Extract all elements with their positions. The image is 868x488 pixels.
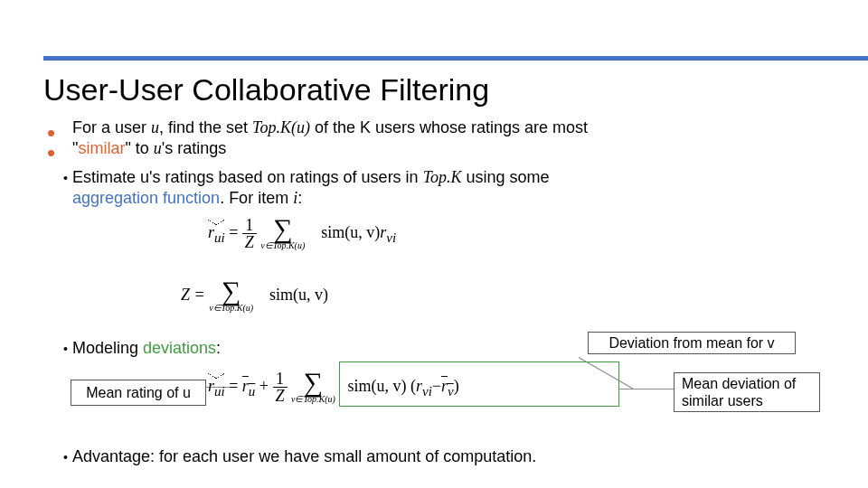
bullet-2-line-1: Estimate u's ratings based on ratings of… (72, 167, 841, 188)
text: : (297, 189, 302, 207)
text: 's ratings (162, 139, 226, 157)
formula-rui-deviation: rui = ru + 1 Z ∑ v∈Top.K(u) sim(u, v) (r… (208, 371, 642, 404)
text: " to (125, 139, 153, 157)
label-mean-deviation: Mean deviation of similar users (674, 372, 820, 412)
bullet-2-line-2: aggregation function. For item i: (72, 188, 841, 209)
page-title: User-User Collaborative Filtering (43, 72, 489, 108)
title-underline (43, 56, 868, 61)
var-rbar-v: rv (441, 377, 454, 395)
bullet-4: Advantage: for each user we have small a… (72, 446, 841, 467)
label-mean-rating-u: Mean rating of u (71, 380, 206, 406)
fn-topk: Top.K (423, 168, 462, 186)
formula-z: Z = ∑ v∈Top.K(u) sim(u, v) (181, 280, 542, 313)
var-r-hat: rui (208, 223, 225, 246)
sim-args: (u, v) (344, 223, 380, 241)
word-deviations: deviations (143, 339, 216, 357)
text: Estimate u's ratings based on ratings of… (72, 168, 423, 186)
text: For a user (72, 118, 151, 136)
fraction-1-over-z: 1 Z (242, 217, 257, 250)
text: , find the set (159, 118, 252, 136)
text: using some (462, 168, 550, 186)
var-u: u (154, 139, 162, 157)
word-aggregation: aggregation function (72, 189, 220, 207)
text: Advantage: for each user we have small a… (72, 447, 536, 465)
word-similar: similar (78, 139, 125, 157)
formula-rui-hat: rui = 1 Z ∑ v∈Top.K(u) sim(u, v)rvi (208, 217, 570, 250)
var-u: u (151, 118, 159, 136)
fn-topk: Top.K(u) (252, 118, 310, 136)
minus: − (432, 377, 441, 395)
sum-over-topk: ∑ v∈Top.K(u) (291, 371, 335, 404)
var-r-vi: rvi (380, 223, 396, 241)
sim-fn: sim (347, 377, 371, 395)
text: Modeling (72, 339, 143, 357)
sum-over-topk: ∑ v∈Top.K(u) (260, 218, 305, 250)
text: . For item (220, 189, 293, 207)
sim-args: (u, v) (293, 286, 328, 304)
bullet-1-line-1: For a user u, find the set Top.K(u) of t… (72, 117, 841, 138)
z-equals: Z = (181, 286, 209, 304)
bullet-1-line-2: "similar" to u's ratings (72, 138, 841, 159)
var-rbar-u: ru (242, 377, 256, 395)
sum-over-topk: ∑ v∈Top.K(u) (209, 280, 253, 313)
bullet-marker-small: • (63, 171, 68, 185)
var-r-hat: rui (208, 377, 225, 399)
sim-args: (u, v) (371, 377, 406, 395)
plus: + (259, 377, 273, 395)
bullet-marker-small: • (63, 342, 68, 356)
equals: = (229, 377, 242, 395)
var-r-vi: rvi (416, 377, 432, 395)
text: : (216, 339, 221, 357)
label-deviation-from-mean: Deviation from mean for v (588, 332, 796, 354)
bullet-marker-small: • (63, 450, 68, 465)
sim-fn: sim (321, 223, 344, 241)
close-paren: ) (454, 377, 459, 395)
fraction-1-over-z: 1 Z (273, 371, 288, 404)
bullet-marker: • (47, 139, 55, 167)
equals: = (229, 223, 242, 241)
sim-fn: sim (269, 286, 293, 304)
text: of the K users whose ratings are most (310, 118, 588, 136)
